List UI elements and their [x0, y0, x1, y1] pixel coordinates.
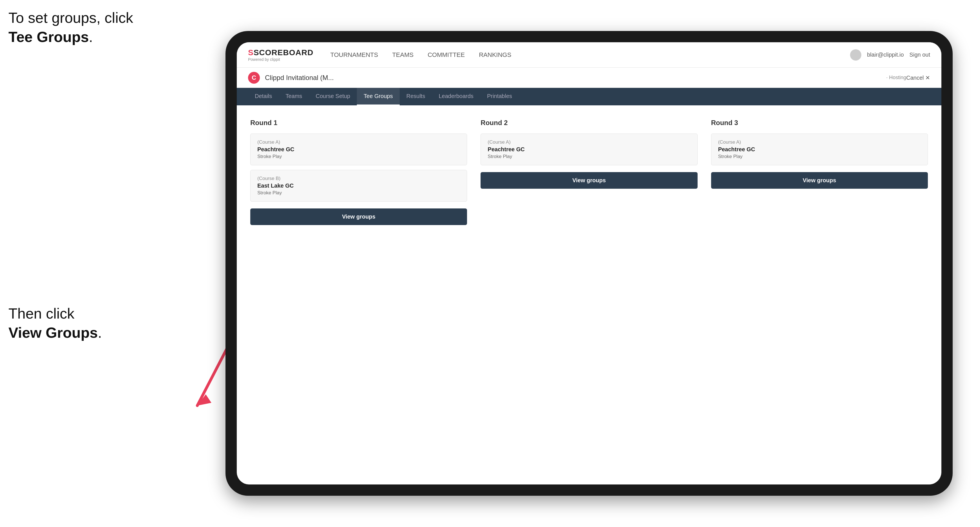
round-1-course-b-card: (Course B) East Lake GC Stroke Play — [250, 170, 467, 202]
round-3-course-a-name: Peachtree GC — [718, 146, 921, 153]
tab-teams[interactable]: Teams — [279, 88, 309, 105]
round-1-course-b-format: Stroke Play — [257, 190, 460, 196]
round-1-course-a-label: (Course A) — [257, 140, 460, 145]
tournament-name: Clippd Invitational (M... — [265, 74, 883, 82]
sign-out-link[interactable]: Sign out — [910, 52, 930, 58]
user-avatar — [850, 49, 861, 60]
round-1-course-b-label: (Course B) — [257, 176, 460, 181]
round-2-course-a-format: Stroke Play — [488, 154, 690, 159]
round-1-column: Round 1 (Course A) Peachtree GC Stroke P… — [250, 119, 467, 225]
tab-bar: Details Teams Course Setup Tee Groups Re… — [237, 88, 942, 105]
tablet-screen: SSCOREBOARD Powered by clippit TOURNAMEN… — [237, 42, 942, 484]
instruction-bottom-period: . — [98, 324, 102, 341]
round-1-course-b-name: East Lake GC — [257, 183, 460, 189]
tournament-logo: C — [248, 72, 260, 84]
round-3-view-groups-button[interactable]: View groups — [711, 172, 928, 189]
round-1-title: Round 1 — [250, 119, 467, 127]
sub-header: C Clippd Invitational (M... · Hosting Ca… — [237, 68, 942, 88]
logo-text: SSCOREBOARD — [248, 48, 313, 57]
cancel-button[interactable]: Cancel ✕ — [906, 75, 930, 81]
round-1-course-a-card: (Course A) Peachtree GC Stroke Play — [250, 133, 467, 165]
round-3-column: Round 3 (Course A) Peachtree GC Stroke P… — [711, 119, 928, 225]
instruction-top-period: . — [89, 29, 93, 45]
round-1-course-a-name: Peachtree GC — [257, 146, 460, 153]
logo-c: S — [248, 48, 254, 57]
round-2-course-a-label: (Course A) — [488, 140, 690, 145]
nav-right: blair@clippit.io Sign out — [850, 49, 930, 60]
tab-leaderboards[interactable]: Leaderboards — [432, 88, 480, 105]
top-nav: SSCOREBOARD Powered by clippit TOURNAMEN… — [237, 42, 942, 68]
tablet-frame: SSCOREBOARD Powered by clippit TOURNAMEN… — [226, 31, 953, 496]
round-2-view-groups-button[interactable]: View groups — [480, 172, 697, 189]
instruction-top-line1: To set groups, click — [8, 10, 133, 26]
round-1-view-groups-button[interactable]: View groups — [250, 208, 467, 225]
instruction-top: To set groups, click Tee Groups. — [8, 8, 133, 46]
tab-course-setup[interactable]: Course Setup — [309, 88, 357, 105]
scoreboard-logo: SSCOREBOARD Powered by clippit — [248, 48, 313, 62]
round-2-course-a-name: Peachtree GC — [488, 146, 690, 153]
logo-sub: Powered by clippit — [248, 57, 313, 62]
instruction-bottom-line1: Then click — [8, 305, 75, 322]
tab-details[interactable]: Details — [248, 88, 279, 105]
nav-committee[interactable]: COMMITTEE — [428, 51, 465, 59]
instruction-top-line2: Tee Groups — [8, 29, 89, 45]
hosting-badge: · Hosting — [886, 75, 906, 81]
round-3-title: Round 3 — [711, 119, 928, 127]
rounds-grid: Round 1 (Course A) Peachtree GC Stroke P… — [250, 119, 928, 225]
round-2-course-a-card: (Course A) Peachtree GC Stroke Play — [480, 133, 697, 165]
nav-links: TOURNAMENTS TEAMS COMMITTEE RANKINGS — [330, 51, 850, 59]
tab-tee-groups[interactable]: Tee Groups — [357, 88, 399, 105]
nav-rankings[interactable]: RANKINGS — [479, 51, 511, 59]
round-2-title: Round 2 — [480, 119, 697, 127]
round-2-column: Round 2 (Course A) Peachtree GC Stroke P… — [480, 119, 697, 225]
user-email: blair@clippit.io — [867, 52, 904, 58]
nav-teams[interactable]: TEAMS — [392, 51, 414, 59]
tab-printables[interactable]: Printables — [480, 88, 519, 105]
round-1-course-a-format: Stroke Play — [257, 154, 460, 159]
tab-results[interactable]: Results — [400, 88, 432, 105]
main-content: Round 1 (Course A) Peachtree GC Stroke P… — [237, 105, 942, 484]
round-3-course-a-format: Stroke Play — [718, 154, 921, 159]
round-3-course-a-label: (Course A) — [718, 140, 921, 145]
nav-tournaments[interactable]: TOURNAMENTS — [330, 51, 378, 59]
instruction-bottom: Then click View Groups. — [8, 304, 102, 342]
instruction-bottom-line2: View Groups — [8, 324, 98, 341]
round-3-course-a-card: (Course A) Peachtree GC Stroke Play — [711, 133, 928, 165]
